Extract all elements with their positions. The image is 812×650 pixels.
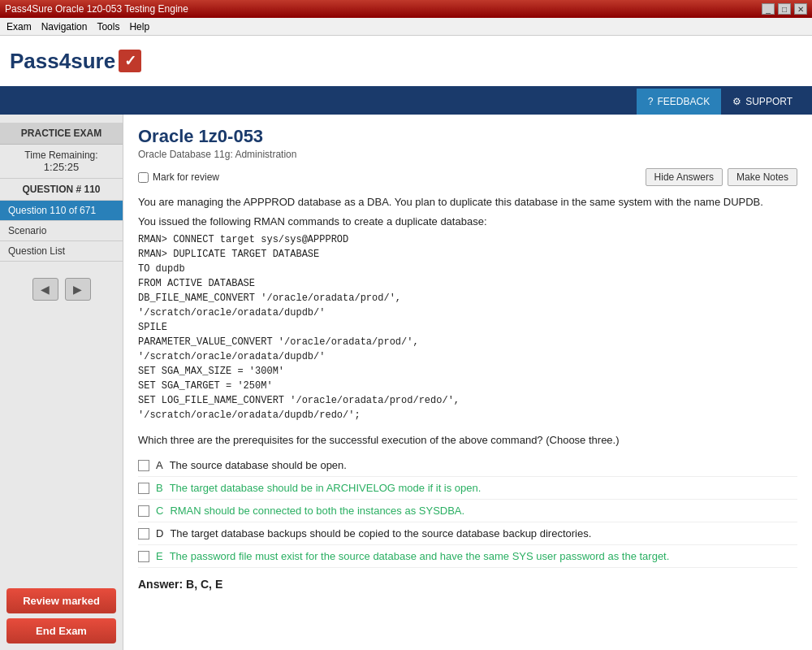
code-line-4: DB_FILE_NAME_CONVERT '/oracle/oradata/pr…: [138, 291, 797, 306]
option-a[interactable]: A The source database should be open.: [138, 454, 797, 477]
gear-icon: ⚙: [732, 96, 741, 107]
time-remaining-block: Time Remaining: 1:25:25: [0, 145, 123, 179]
menu-exam[interactable]: Exam: [6, 21, 32, 32]
support-button[interactable]: ⚙ SUPPORT: [721, 89, 804, 115]
next-button[interactable]: ▶: [65, 278, 91, 301]
option-a-text: The source database should be open.: [170, 459, 347, 471]
option-d-checkbox[interactable]: [138, 528, 149, 540]
question-text-1: You are managing the APPPROD database as…: [138, 194, 797, 210]
code-block: RMAN> CONNECT target sys/sys@APPPROD RMA…: [138, 232, 797, 422]
code-line-8: '/scratch/oracle/oradata/dupdb/': [138, 349, 797, 364]
option-a-checkbox[interactable]: [138, 460, 149, 471]
code-line-7: PARAMETER_VALUE_CONVERT '/oracle/oradata…: [138, 335, 797, 349]
close-btn[interactable]: ✕: [794, 3, 807, 15]
option-d[interactable]: D The target database backups should be …: [138, 522, 797, 545]
mark-review-checkbox[interactable]: [138, 172, 149, 183]
question-text-2: You issued the following RMAN commands t…: [138, 214, 797, 230]
code-line-5: '/scratch/oracle/oradata/dupdb/': [138, 306, 797, 320]
option-d-text: The target database backups should be co…: [170, 527, 591, 540]
code-line-6: SPILE: [138, 320, 797, 335]
answer-line: Answer: B, C, E: [138, 578, 797, 591]
toolbar-right: Hide Answers Make Notes: [646, 168, 797, 186]
logo-checkmark-icon: [119, 50, 141, 72]
make-notes-button[interactable]: Make Notes: [728, 168, 797, 186]
logo: Pass4sure: [10, 49, 141, 74]
mark-review-label[interactable]: Mark for review: [138, 171, 219, 183]
end-exam-button[interactable]: End Exam: [6, 618, 116, 644]
minimize-btn[interactable]: _: [762, 3, 775, 15]
code-line-12: '/scratch/oracle/oradata/dupdb/redo/';: [138, 408, 797, 422]
code-line-0: RMAN> CONNECT target sys/sys@APPPROD: [138, 232, 797, 247]
option-b-text: The target database should be in ARCHIVE…: [170, 482, 482, 494]
title-bar: Pass4Sure Oracle 1z0-053 Testing Engine …: [0, 0, 812, 18]
menu-navigation[interactable]: Navigation: [41, 21, 88, 32]
answer-options: A The source database should be open. B …: [138, 454, 797, 568]
code-line-1: RMAN> DUPLICATE TARGET DATABASE: [138, 247, 797, 262]
sidebar-item-question-of[interactable]: Question 110 of 671: [0, 201, 123, 221]
sidebar: PRACTICE EXAM Time Remaining: 1:25:25 QU…: [0, 115, 123, 650]
hide-answers-button[interactable]: Hide Answers: [646, 168, 723, 186]
question-icon: ?: [648, 96, 654, 107]
time-value: 1:25:25: [3, 161, 119, 173]
option-e-text: The password file must exist for the sou…: [170, 550, 670, 562]
content-area: Oracle 1z0-053 Oracle Database 11g: Admi…: [123, 115, 812, 650]
question-body: You are managing the APPPROD database as…: [138, 194, 797, 422]
menu-tools[interactable]: Tools: [97, 21, 119, 32]
code-line-3: FROM ACTIVE DATABASE: [138, 276, 797, 291]
code-line-11: SET LOG_FILE_NAME_CONVERT '/oracle/orada…: [138, 393, 797, 408]
question-ask: Which three are the prerequisites for th…: [138, 434, 797, 446]
option-c[interactable]: C RMAN should be connected to both the i…: [138, 500, 797, 522]
prev-button[interactable]: ◀: [32, 278, 58, 301]
option-e-checkbox[interactable]: [138, 551, 149, 562]
sidebar-item-scenario[interactable]: Scenario: [0, 221, 123, 241]
sidebar-item-question-list[interactable]: Question List: [0, 241, 123, 262]
code-line-9: SET SGA_MAX_SIZE = '300M': [138, 364, 797, 379]
exam-subtitle: Oracle Database 11g: Administration: [138, 149, 797, 160]
top-nav: ? FEEDBACK ⚙ SUPPORT: [0, 89, 812, 115]
question-number: QUESTION # 110: [0, 179, 123, 201]
title-bar-controls[interactable]: _ □ ✕: [762, 3, 807, 15]
review-marked-button[interactable]: Review marked: [6, 588, 116, 613]
content-toolbar: Mark for review Hide Answers Make Notes: [138, 168, 797, 186]
option-e[interactable]: E The password file must exist for the s…: [138, 545, 797, 568]
code-line-10: SET SGA_TARGET = '250M': [138, 379, 797, 393]
app-title: Pass4Sure Oracle 1z0-053 Testing Engine: [5, 3, 188, 15]
time-remaining-label: Time Remaining:: [3, 150, 119, 161]
practice-exam-label: PRACTICE EXAM: [0, 123, 123, 145]
logo-area: Pass4sure: [0, 36, 812, 89]
option-c-checkbox[interactable]: [138, 505, 149, 517]
menu-help[interactable]: Help: [129, 21, 149, 32]
logo-text: Pass4sure: [10, 49, 115, 74]
main-layout: PRACTICE EXAM Time Remaining: 1:25:25 QU…: [0, 115, 812, 650]
option-c-text: RMAN should be connected to both the ins…: [170, 505, 464, 517]
option-b[interactable]: B The target database should be in ARCHI…: [138, 477, 797, 500]
code-line-2: TO dupdb: [138, 262, 797, 276]
option-b-checkbox[interactable]: [138, 483, 149, 494]
menu-bar: Exam Navigation Tools Help: [0, 18, 812, 36]
maximize-btn[interactable]: □: [778, 3, 791, 15]
navigation-arrows: ◀ ▶: [32, 278, 91, 301]
sidebar-bottom: Review marked End Exam: [0, 582, 123, 650]
feedback-button[interactable]: ? FEEDBACK: [637, 89, 721, 115]
exam-title: Oracle 1z0-053: [138, 126, 797, 147]
